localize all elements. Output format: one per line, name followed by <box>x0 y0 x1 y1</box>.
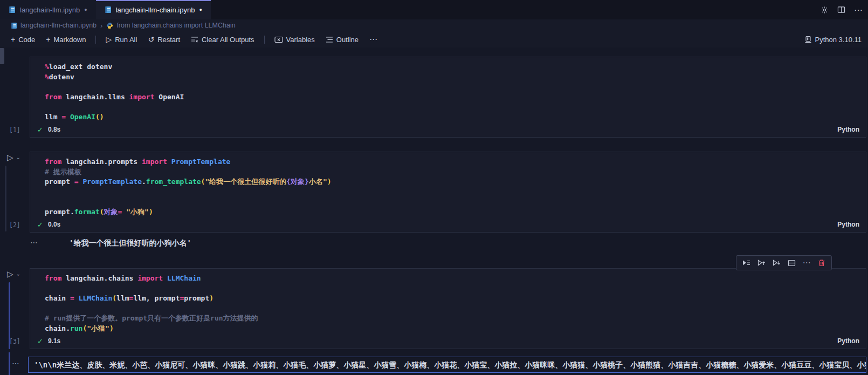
code-token: "小猫" <box>87 324 109 332</box>
code-token: langchain.llms <box>61 93 129 101</box>
split-editor-icon[interactable] <box>837 6 845 13</box>
code-token: . <box>142 178 146 186</box>
modified-dot-icon[interactable]: ● <box>84 8 87 12</box>
notebook-file-icon <box>11 22 17 29</box>
code-token: ) <box>149 208 153 216</box>
cell-editor[interactable]: from langchain.chains import LLMChain ch… <box>30 268 866 349</box>
plus-icon: + <box>11 36 15 43</box>
code-line <box>45 187 860 197</box>
code-token: = <box>70 294 74 302</box>
code-token: % <box>45 73 49 81</box>
tab-label: langchain-llm.ipynb <box>20 6 80 14</box>
code-token: from <box>45 274 61 282</box>
code-token: llm, prompt <box>133 294 180 302</box>
cell-status-bar: ✓ 0.8s Python <box>30 122 866 137</box>
code-cell-1: [1] %load_ext dotenv%dotenv from langcha… <box>0 57 866 138</box>
execute-cell-and-below-icon[interactable] <box>770 257 783 268</box>
code-token: dotenv <box>49 73 74 81</box>
code-line: # 提示模板 <box>45 167 860 178</box>
cell-language-picker[interactable]: Python <box>837 221 859 228</box>
variables-icon <box>274 36 283 43</box>
restart-kernel-button[interactable]: ↺ Restart <box>143 34 184 45</box>
code-area[interactable]: %load_ext dotenv%dotenv from langchain.l… <box>30 57 866 122</box>
chevron-down-icon: ⌄ <box>16 271 20 277</box>
variables-button[interactable]: Variables <box>270 34 319 45</box>
run-cell-button[interactable]: ▷ ⌄ <box>7 153 20 161</box>
split-cell-icon[interactable] <box>785 257 798 268</box>
code-token: 小名" <box>309 178 327 186</box>
clear-outputs-icon <box>191 36 198 43</box>
clear-outputs-label: Clear All Outputs <box>202 36 254 44</box>
code-line: llm = OpenAI() <box>45 112 860 122</box>
code-area[interactable]: from langchain.chains import LLMChain ch… <box>30 269 866 333</box>
execution-count: [1] <box>9 126 20 134</box>
cell-status-bar: ✓ 9.1s Python <box>30 333 866 349</box>
outline-button[interactable]: Outline <box>321 34 363 45</box>
code-token: "给我一个很土但很好听的 <box>205 178 286 186</box>
kernel-picker[interactable]: Python 3.10.11 <box>804 36 862 44</box>
code-token: = <box>74 178 79 186</box>
cell-status-bar: ✓ 0.0s Python <box>30 217 866 232</box>
code-token: langchain.chains <box>61 274 137 282</box>
code-token: LLMChain <box>163 274 201 282</box>
output-collapse-button[interactable]: ⋯ <box>12 359 20 367</box>
execution-time: 0.0s <box>48 221 60 228</box>
run-icon: ▷ <box>7 270 13 278</box>
more-actions-icon[interactable]: ⋯ <box>800 257 813 268</box>
run-all-label: Run All <box>115 36 137 44</box>
code-token: OpenAI <box>155 93 184 101</box>
cell-language-picker[interactable]: Python <box>837 337 859 345</box>
plus-icon: + <box>46 36 50 43</box>
add-markdown-cell-button[interactable]: + Markdown <box>42 34 90 45</box>
code-token: # 提示模板 <box>45 168 81 176</box>
code-token: langchain.prompts <box>61 158 142 166</box>
breadcrumb-symbol[interactable]: from langchain.chains import LLMChain <box>106 22 235 29</box>
code-token: format <box>74 208 100 216</box>
execution-count: [2] <box>9 221 20 229</box>
execute-above-cells-icon[interactable] <box>755 257 768 268</box>
cell-editor[interactable]: from langchain.prompts import PromptTemp… <box>30 152 866 233</box>
code-token: "小狗" <box>126 208 149 216</box>
outline-icon <box>326 36 333 43</box>
toolbar-more-button[interactable]: ⋯ <box>365 33 382 46</box>
delete-cell-icon[interactable] <box>815 257 828 268</box>
tab-langchain-llm[interactable]: langchain-llm.ipynb ● <box>0 0 96 19</box>
execution-time: 0.8s <box>48 126 60 133</box>
code-token <box>74 294 79 302</box>
notebook-file-icon <box>105 6 112 13</box>
execution-time: 9.1s <box>48 337 60 345</box>
run-cell-button[interactable]: ▷ ⌄ <box>7 270 20 278</box>
run-icon: ▷ <box>7 153 13 161</box>
code-line: from langchain.llms import OpenAI <box>45 92 860 103</box>
output-text-box[interactable]: '\n\n米兰达、皮肤、米妮、小芭、小猫尼可、小猫咪、小猫跳、小猫莉、小猫毛、小… <box>28 357 866 373</box>
cell-gutter: ▷ ⌄ [3] <box>0 268 30 349</box>
code-token: run <box>70 324 82 332</box>
run-all-button[interactable]: ▷ Run All <box>101 34 141 45</box>
breadcrumb-file[interactable]: langchain-llm-chain.ipynb <box>11 22 97 29</box>
code-token: % <box>45 63 49 71</box>
kernel-environment-icon <box>804 36 812 43</box>
cell-focus-indicator <box>9 352 10 375</box>
cell-gutter: ▷ ⌄ [2] <box>0 152 30 233</box>
tab-langchain-llm-chain[interactable]: langchain-llm-chain.ipynb ● <box>96 0 211 19</box>
output-collapse-button[interactable]: ⋯ <box>30 238 38 247</box>
run-by-line-icon[interactable] <box>740 257 753 268</box>
code-area[interactable]: from langchain.prompts import PromptTemp… <box>30 152 866 217</box>
code-token: import <box>142 158 167 166</box>
code-line: chain.run("小猫") <box>45 324 860 334</box>
editor-actions: ⋯ <box>821 0 863 19</box>
code-line <box>45 284 860 294</box>
add-code-cell-button[interactable]: + Code <box>6 34 39 45</box>
code-line <box>45 82 860 92</box>
modified-dot-icon[interactable]: ● <box>199 8 202 12</box>
code-token: {对象} <box>286 178 309 186</box>
code-token: LLMChain <box>79 294 113 302</box>
breadcrumb-symbol-label: from langchain.chains import LLMChain <box>116 22 235 29</box>
clear-all-outputs-button[interactable]: Clear All Outputs <box>187 34 259 45</box>
kernel-label: Python 3.10.11 <box>815 36 862 44</box>
cell-language-picker[interactable]: Python <box>837 126 859 133</box>
gear-icon[interactable] <box>821 6 829 14</box>
more-actions-icon[interactable]: ⋯ <box>854 5 863 15</box>
code-token: OpenAI <box>70 113 95 121</box>
cell-editor[interactable]: %load_ext dotenv%dotenv from langchain.l… <box>30 57 866 138</box>
